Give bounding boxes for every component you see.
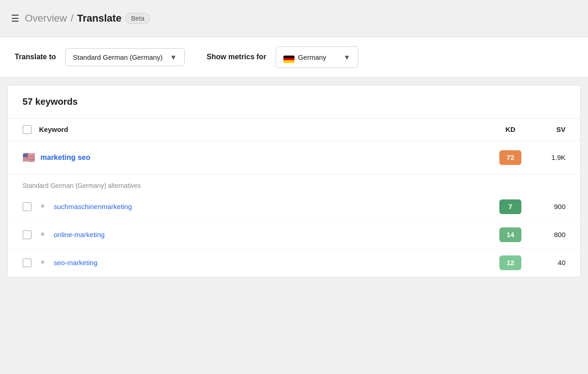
sv-value: 40 <box>529 259 565 266</box>
breadcrumb: Overview / Translate Beta <box>25 12 150 24</box>
row-checkbox[interactable] <box>23 202 32 211</box>
add-keyword-button[interactable]: + <box>37 257 48 268</box>
sv-value: 800 <box>529 231 565 238</box>
sv-value: 1.9K <box>529 153 565 161</box>
table-header: Keyword KD SV <box>8 119 580 141</box>
add-keyword-button[interactable]: + <box>37 229 48 240</box>
row-checkbox[interactable] <box>23 258 32 267</box>
add-keyword-button[interactable]: + <box>37 201 48 212</box>
metrics-country-label: Germany <box>298 53 327 61</box>
beta-badge: Beta <box>125 13 150 24</box>
keyword-link[interactable]: marketing seo <box>40 153 90 162</box>
table-row-main: 🇺🇸 marketing seo 72 1.9K <box>8 141 580 175</box>
main-content: 57 keywords Keyword KD SV 🇺🇸 marketing s… <box>7 85 581 278</box>
sv-value: 900 <box>529 203 565 210</box>
alt-keyword-link[interactable]: suchmaschinenmarketing <box>54 203 492 210</box>
select-all-checkbox[interactable] <box>23 125 32 134</box>
kd-badge: 7 <box>499 199 521 214</box>
alternatives-label: Standard German (Germany) alternatives <box>8 175 580 193</box>
breadcrumb-overview[interactable]: Overview <box>25 12 67 24</box>
table-row: + online-marketing 14 800 <box>8 221 580 249</box>
col-sv-header: SV <box>529 125 565 133</box>
keywords-header: 57 keywords <box>8 85 580 119</box>
col-kd-header: KD <box>492 125 529 133</box>
language-selected-label: Standard German (Germany) <box>73 53 163 61</box>
keywords-count: 57 keywords <box>23 96 78 107</box>
row-checkbox[interactable] <box>23 230 32 239</box>
flag-de-icon <box>283 51 294 63</box>
table-row: + seo-marketing 12 40 <box>8 249 580 277</box>
flag-us-icon: 🇺🇸 <box>23 152 35 164</box>
kd-badge: 12 <box>499 255 521 270</box>
chevron-down-icon: ▼ <box>170 53 177 61</box>
metrics-country-dropdown[interactable]: Germany ▼ <box>276 46 358 68</box>
chevron-down-icon-metrics: ▼ <box>344 53 351 61</box>
breadcrumb-current: Translate <box>77 12 122 24</box>
show-metrics-label: Show metrics for <box>207 53 266 61</box>
hamburger-icon[interactable]: ☰ <box>11 13 19 24</box>
kd-badge: 14 <box>499 227 521 242</box>
toolbar: Translate to Standard German (Germany) ▼… <box>0 37 588 78</box>
table-row: + suchmaschinenmarketing 7 900 <box>8 193 580 221</box>
kd-badge: 72 <box>499 150 521 165</box>
breadcrumb-separator: / <box>71 12 74 24</box>
alt-keyword-link[interactable]: seo-marketing <box>54 259 492 266</box>
language-dropdown[interactable]: Standard German (Germany) ▼ <box>65 48 185 66</box>
translate-to-label: Translate to <box>15 53 56 61</box>
top-nav: ☰ Overview / Translate Beta <box>0 0 588 37</box>
col-keyword-header: Keyword <box>39 125 492 133</box>
alt-keyword-link[interactable]: online-marketing <box>54 231 492 238</box>
